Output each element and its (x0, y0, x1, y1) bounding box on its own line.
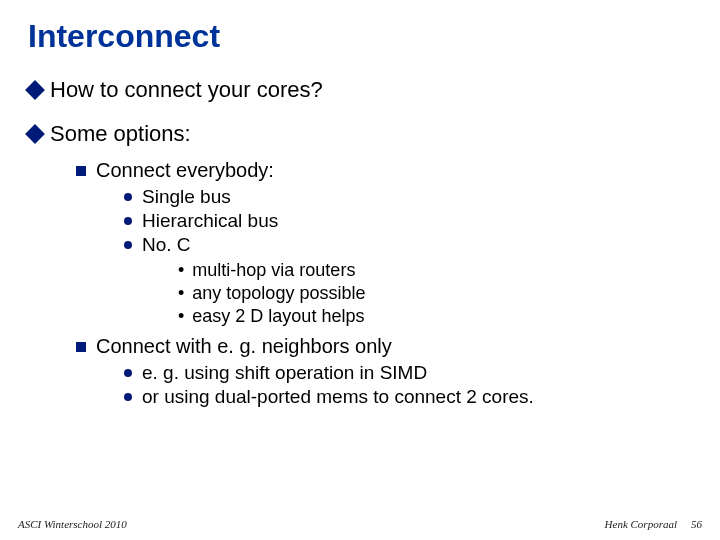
bullet-neighbors-text: Connect with e. g. neighbors only (96, 335, 392, 358)
bullet-easy2d: • easy 2 D layout helps (178, 306, 692, 327)
bullet-connect-everybody: Connect everybody: (76, 159, 692, 182)
square-icon (76, 342, 86, 352)
neighbors-sublist: e. g. using shift operation in SIMD or u… (124, 362, 692, 408)
square-icon (76, 166, 86, 176)
bullet-single-bus: Single bus Hierarchical bus No. C (124, 186, 692, 256)
bullet-hier-bus-text: Hierarchical bus (142, 210, 278, 232)
footer-page: 56 (691, 518, 702, 530)
bullet-multihop-text: multi-hop via routers (192, 260, 355, 281)
circle-icon (124, 369, 132, 377)
bullet-anytopo: • any topology possible (178, 283, 692, 304)
bullet-dot-icon: • (178, 260, 184, 280)
bullet-connect-everybody-text: Connect everybody: (96, 159, 274, 182)
circle-icon (124, 393, 132, 401)
circle-icon (124, 217, 132, 225)
bullet-eg-simd: e. g. using shift operation in SIMD (124, 362, 692, 384)
footer-author: Henk Corporaal (605, 518, 677, 530)
bullet-some-options-text: Some options: (50, 121, 191, 147)
bullet-hier-bus: Hierarchical bus (124, 210, 692, 232)
bullet-easy2d-text: easy 2 D layout helps (192, 306, 364, 327)
bullet-eg-simd-text: e. g. using shift operation in SIMD (142, 362, 427, 384)
footer: ASCI Winterschool 2010 Henk Corporaal 56 (0, 518, 720, 530)
bullet-how-text: How to connect your cores? (50, 77, 323, 103)
bullet-anytopo-text: any topology possible (192, 283, 365, 304)
bullet-dot-icon: • (178, 306, 184, 326)
bullet-how: How to connect your cores? (28, 77, 692, 103)
bullet-dot-icon: • (178, 283, 184, 303)
bullet-noc-text: No. C (142, 234, 191, 256)
bullet-noc: No. C (124, 234, 692, 256)
footer-left: ASCI Winterschool 2010 (18, 518, 127, 530)
diamond-icon (25, 124, 45, 144)
circle-icon (124, 241, 132, 249)
slide-title: Interconnect (28, 18, 692, 55)
diamond-icon (25, 80, 45, 100)
slide: Interconnect How to connect your cores? … (0, 0, 720, 540)
noc-sublist: • multi-hop via routers • any topology p… (178, 260, 692, 327)
bullet-dual-ported-text: or using dual-ported mems to connect 2 c… (142, 386, 534, 408)
bullet-neighbors: Connect with e. g. neighbors only (76, 335, 692, 358)
circle-icon (124, 193, 132, 201)
bullet-multihop: • multi-hop via routers (178, 260, 692, 281)
bullet-single-bus-text: Single bus (142, 186, 231, 208)
footer-right: Henk Corporaal 56 (605, 518, 702, 530)
bullet-some-options: Some options: (28, 121, 692, 147)
bullet-dual-ported: or using dual-ported mems to connect 2 c… (124, 386, 692, 408)
